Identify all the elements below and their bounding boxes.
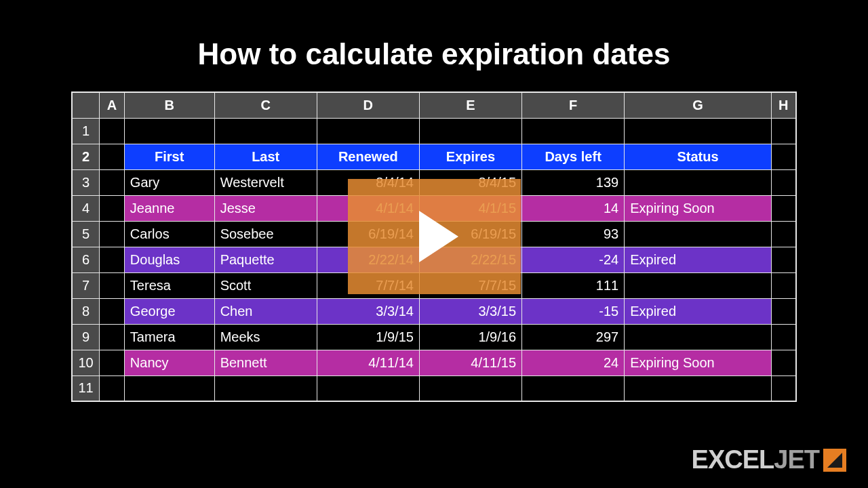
cell-days[interactable]: 297 — [522, 324, 625, 350]
cell[interactable] — [419, 375, 521, 401]
cell[interactable] — [771, 169, 796, 195]
cell-first[interactable]: Jeanne — [124, 195, 214, 221]
cell-days[interactable]: 139 — [522, 169, 625, 195]
header-status[interactable]: Status — [625, 144, 772, 169]
cell-renewed[interactable]: 1/9/15 — [317, 324, 419, 350]
cell[interactable] — [214, 118, 317, 144]
cell[interactable] — [771, 350, 796, 375]
cell-last[interactable]: Jesse — [214, 195, 317, 221]
cell[interactable] — [771, 195, 796, 221]
play-button[interactable] — [348, 179, 521, 294]
cell[interactable] — [419, 118, 521, 144]
cell-status[interactable]: Expired — [625, 298, 772, 324]
cell-last[interactable]: Scott — [214, 272, 317, 298]
cell-status[interactable] — [625, 272, 772, 298]
cell[interactable] — [100, 221, 125, 247]
cell-status[interactable] — [625, 169, 772, 195]
cell-renewed[interactable]: 3/3/14 — [317, 298, 419, 324]
cell[interactable] — [100, 247, 125, 272]
cell-last[interactable]: Bennett — [214, 350, 317, 375]
row-header: 9 — [72, 324, 100, 350]
header-last[interactable]: Last — [214, 144, 317, 169]
cell[interactable] — [124, 118, 214, 144]
cell-expires[interactable]: 3/3/15 — [419, 298, 521, 324]
cell-first[interactable]: Carlos — [124, 221, 214, 247]
row-header: 8 — [72, 298, 100, 324]
cell[interactable] — [771, 375, 796, 401]
cell[interactable] — [317, 118, 419, 144]
cell[interactable] — [100, 272, 125, 298]
cell-days[interactable]: 24 — [522, 350, 625, 375]
col-header: H — [771, 92, 796, 118]
cell-days[interactable]: 111 — [522, 272, 625, 298]
cell-days[interactable]: -24 — [522, 247, 625, 272]
cell[interactable] — [771, 144, 796, 169]
cell-days[interactable]: -15 — [522, 298, 625, 324]
cell-first[interactable]: Nancy — [124, 350, 214, 375]
cell-first[interactable]: Gary — [124, 169, 214, 195]
col-header: E — [419, 92, 521, 118]
row-header: 4 — [72, 195, 100, 221]
cell[interactable] — [100, 169, 125, 195]
cell-status[interactable]: Expiring Soon — [625, 350, 772, 375]
cell[interactable] — [771, 324, 796, 350]
cell[interactable] — [100, 144, 125, 169]
cell[interactable] — [771, 118, 796, 144]
cell[interactable] — [522, 118, 625, 144]
cell-days[interactable]: 93 — [522, 221, 625, 247]
row-11: 11 — [72, 375, 796, 401]
table-row: 8 George Chen 3/3/14 3/3/15 -15 Expired — [72, 298, 796, 324]
cell-status[interactable]: Expired — [625, 247, 772, 272]
cell-status[interactable] — [625, 221, 772, 247]
exceljet-logo: EXCELJET — [692, 445, 846, 474]
row-header: 1 — [72, 118, 100, 144]
cell-first[interactable]: George — [124, 298, 214, 324]
row-header: 11 — [72, 375, 100, 401]
cell-status[interactable] — [625, 324, 772, 350]
cell[interactable] — [100, 118, 125, 144]
cell[interactable] — [100, 324, 125, 350]
row-header: 5 — [72, 221, 100, 247]
cell-last[interactable]: Meeks — [214, 324, 317, 350]
row-header: 3 — [72, 169, 100, 195]
cell-last[interactable]: Westervelt — [214, 169, 317, 195]
cell[interactable] — [317, 375, 419, 401]
cell[interactable] — [771, 221, 796, 247]
header-expires[interactable]: Expires — [419, 144, 521, 169]
cell[interactable] — [771, 272, 796, 298]
page-title: How to calculate expiration dates — [0, 0, 868, 92]
cell-first[interactable]: Tamera — [124, 324, 214, 350]
cell-expires[interactable]: 4/11/15 — [419, 350, 521, 375]
cell-first[interactable]: Teresa — [124, 272, 214, 298]
header-renewed[interactable]: Renewed — [317, 144, 419, 169]
cell[interactable] — [100, 375, 125, 401]
cell[interactable] — [100, 195, 125, 221]
header-first[interactable]: First — [124, 144, 214, 169]
column-header-row: A B C D E F G H — [72, 92, 796, 118]
cell-first[interactable]: Douglas — [124, 247, 214, 272]
col-header: B — [124, 92, 214, 118]
play-icon — [419, 211, 458, 262]
cell-renewed[interactable]: 4/11/14 — [317, 350, 419, 375]
cell[interactable] — [214, 375, 317, 401]
cell[interactable] — [100, 350, 125, 375]
cell-days[interactable]: 14 — [522, 195, 625, 221]
cell-last[interactable]: Paquette — [214, 247, 317, 272]
row-1: 1 — [72, 118, 796, 144]
cell-last[interactable]: Sosebee — [214, 221, 317, 247]
cell[interactable] — [625, 375, 772, 401]
cell[interactable] — [522, 375, 625, 401]
cell[interactable] — [100, 298, 125, 324]
cell[interactable] — [771, 247, 796, 272]
corner-cell — [72, 92, 100, 118]
cell[interactable] — [124, 375, 214, 401]
row-header: 2 — [72, 144, 100, 169]
cell-status[interactable]: Expiring Soon — [625, 195, 772, 221]
cell[interactable] — [625, 118, 772, 144]
cell[interactable] — [771, 298, 796, 324]
table-row: 10 Nancy Bennett 4/11/14 4/11/15 24 Expi… — [72, 350, 796, 375]
cell-expires[interactable]: 1/9/16 — [419, 324, 521, 350]
col-header: A — [100, 92, 125, 118]
header-daysleft[interactable]: Days left — [522, 144, 625, 169]
cell-last[interactable]: Chen — [214, 298, 317, 324]
